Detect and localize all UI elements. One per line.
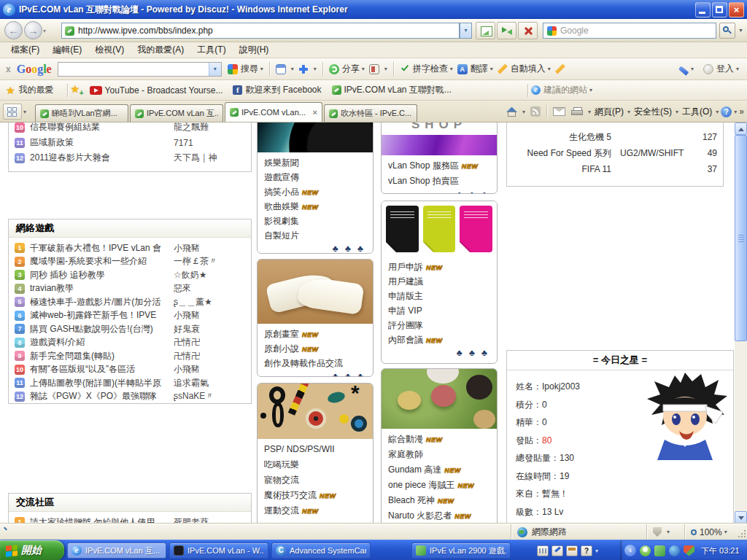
toolbar-settings-button[interactable]: ▾ <box>678 66 694 73</box>
tab-close-icon[interactable]: × <box>313 108 317 117</box>
rss-icon[interactable] <box>530 106 541 117</box>
dropdown-icon[interactable]: ▾ <box>490 66 493 72</box>
close-button[interactable]: × <box>729 2 744 18</box>
thread-link[interactable]: 新手完全問題集(轉貼) <box>30 350 174 362</box>
protected-mode-segment[interactable]: ▾ <box>646 524 684 540</box>
history-dropdown-icon[interactable]: ▾ <box>43 28 46 34</box>
translate-button[interactable]: A翻譯▾ <box>457 63 493 75</box>
forum-link[interactable]: 綜合動漫 <box>388 434 423 444</box>
start-button[interactable]: 開始 <box>0 540 64 560</box>
url-text[interactable]: http://www.ipve.com/bbs/index.php <box>78 26 213 36</box>
game-link[interactable]: 生化危機 5 <box>513 131 611 144</box>
forum-link[interactable]: vLan Shop 拍賣區 <box>388 176 459 186</box>
quick-tabs-button[interactable] <box>3 104 22 120</box>
address-dropdown-button[interactable]: ▾ <box>460 23 472 39</box>
favorite-facebook[interactable]: f歡迎來到 Facebook <box>233 84 321 96</box>
thread-link[interactable]: 極速快車手-遊戲影片/圖片(加分活 <box>30 296 174 308</box>
compatibility-button[interactable] <box>476 22 495 39</box>
vlan-tray-icon[interactable] <box>654 545 665 556</box>
thread-author[interactable]: 天下爲｜神 <box>174 152 245 164</box>
dropdown-icon[interactable]: ▾ <box>260 66 263 72</box>
tab-1[interactable]: 睇唔到VLan官網... <box>35 104 128 122</box>
forum-link[interactable]: 搞笑小品 <box>264 187 299 197</box>
help-icon[interactable]: ? <box>581 545 592 556</box>
address-bar[interactable]: http://www.ipve.com/bbs/index.php <box>61 23 460 39</box>
search-box[interactable]: Google <box>543 23 716 39</box>
subforum-markers[interactable]: ♣ ♣ ♣ <box>382 347 497 360</box>
dropdown-icon[interactable]: ▾ <box>716 109 719 115</box>
thread-author[interactable]: 龍之飄難 <box>174 122 245 133</box>
thread-author[interactable]: 小飛豬 <box>174 363 245 376</box>
share-button[interactable]: 分享▾ <box>329 63 365 75</box>
forum-link[interactable]: 遊戲宣傳 <box>264 172 299 182</box>
dropdown-icon[interactable]: ▾ <box>362 66 365 72</box>
forum-link[interactable]: Naruto 火影忍者 <box>388 510 452 521</box>
thread-author[interactable]: 死肥老葵 <box>174 516 245 524</box>
pen-icon[interactable] <box>551 545 563 556</box>
dropdown-icon[interactable]: ▾ <box>736 66 739 72</box>
spellcheck-button[interactable]: 拼字檢查▾ <box>400 63 453 75</box>
game-link[interactable]: Need For Speed 系列 <box>513 147 611 160</box>
thread-author[interactable]: 惡來 <box>174 282 245 295</box>
maximize-button[interactable] <box>712 2 727 18</box>
home-icon[interactable] <box>506 107 517 117</box>
thread-link[interactable]: 有關”各區版規“以及”各區活 <box>30 363 174 376</box>
thread-link[interactable]: travian教學 <box>30 282 174 295</box>
systemcare-tray-icon[interactable] <box>669 545 680 556</box>
thread-link[interactable]: 千軍破新春大禮包！IPVE vLan 會 <box>30 242 174 254</box>
favorite-youtube[interactable]: YouTube - Broadcast Yourse... <box>90 85 223 96</box>
subforum-markers[interactable]: ♣ ♣ ♣ <box>258 243 373 254</box>
help-icon[interactable]: ? <box>721 106 732 117</box>
dropdown-icon[interactable]: ▾ <box>450 66 453 72</box>
forum-link[interactable]: 家庭教師 <box>388 449 423 459</box>
dropdown-icon[interactable]: ▾ <box>734 109 737 115</box>
thread-author[interactable]: 好鬼衰 <box>174 323 245 335</box>
thread-link[interactable]: 魔域學園-系統要求和一些介紹 <box>30 255 174 268</box>
forum-link[interactable]: 吃喝玩樂 <box>264 459 299 470</box>
safety-menu-button[interactable]: 安全性(S) <box>634 106 672 118</box>
forum-link[interactable]: 歌曲娛樂 <box>264 201 299 211</box>
forum-link[interactable]: 原創畫室 <box>264 329 299 339</box>
mail-icon[interactable] <box>553 107 565 116</box>
search-go-button[interactable] <box>719 23 735 39</box>
favorites-button[interactable]: ★ 我的最愛 <box>6 84 54 96</box>
forum-link[interactable]: 用戶申訴 <box>388 262 423 272</box>
security-tray-icon[interactable] <box>684 545 694 556</box>
forum-link[interactable]: 創作及轉載作品交流 <box>264 358 343 368</box>
refresh-button[interactable] <box>497 22 516 39</box>
dropdown-icon[interactable]: ▾ <box>691 66 694 72</box>
thread-link[interactable]: 遊戲資料/介紹 <box>30 336 174 349</box>
thread-link[interactable]: 區域新政策 <box>30 136 174 149</box>
forum-link[interactable]: Bleach 死神 <box>388 495 435 505</box>
forum-link[interactable]: vLan Shop 服務區 <box>388 160 459 171</box>
thread-author[interactable]: ʂ＿＿薰★ <box>174 296 245 308</box>
menu-tools[interactable]: 工具(T) <box>190 42 232 58</box>
taskbar-button-3[interactable]: C Advanced SystemCar... <box>271 542 371 559</box>
keyboard-icon[interactable] <box>537 545 549 556</box>
tab-3-active[interactable]: IPvE.COM vLan... × <box>225 102 322 122</box>
taskbar-button-4[interactable]: IPvE vLan 2900 遊戲... <box>411 542 511 559</box>
tray-collapse-icon[interactable]: ‹ <box>624 545 636 556</box>
stop-button[interactable] <box>518 22 538 39</box>
forum-link[interactable]: 影視劇集 <box>264 216 299 226</box>
game-link[interactable]: FIFA 11 <box>513 164 611 174</box>
thread-link[interactable]: 雜誌《PGW》X《PO》最強聯隊 <box>30 390 174 402</box>
tab-2[interactable]: IPvE.COM vLan 互... <box>130 104 223 122</box>
tab-list-dropdown[interactable]: ▾ <box>23 109 26 115</box>
search-history-dropdown-icon[interactable]: ▾ <box>209 63 221 76</box>
thread-link[interactable]: 購買 GASH點數說明公告!(台灣) <box>30 323 174 335</box>
signin-button[interactable]: 登入▾ <box>703 63 739 75</box>
scrollbar-thumb[interactable] <box>735 135 747 341</box>
menu-edit[interactable]: 編輯(E) <box>46 42 88 58</box>
thread-link[interactable]: 上傳貼圖教學(附詳圖)(半轉貼半原 <box>30 377 174 389</box>
thread-link[interactable]: 滅神web-初露鋒芒新手包！IPVE <box>30 309 174 322</box>
menu-favorites[interactable]: 我的最愛(A) <box>131 42 190 58</box>
tools-menu-button[interactable]: 工具(O) <box>682 106 712 118</box>
forum-link[interactable]: 原創小說 <box>264 343 299 354</box>
page-menu-button[interactable]: 網頁(P) <box>595 106 624 118</box>
back-button[interactable]: ← <box>4 21 23 39</box>
overflow-chevron-icon[interactable]: » <box>739 106 744 117</box>
subforum-markers[interactable]: ♣ ♣ ♣ <box>258 370 373 377</box>
messenger-tray-icon[interactable] <box>640 545 651 556</box>
taskbar-button-1[interactable]: e IPvE.COM vLan 互... <box>67 542 166 559</box>
